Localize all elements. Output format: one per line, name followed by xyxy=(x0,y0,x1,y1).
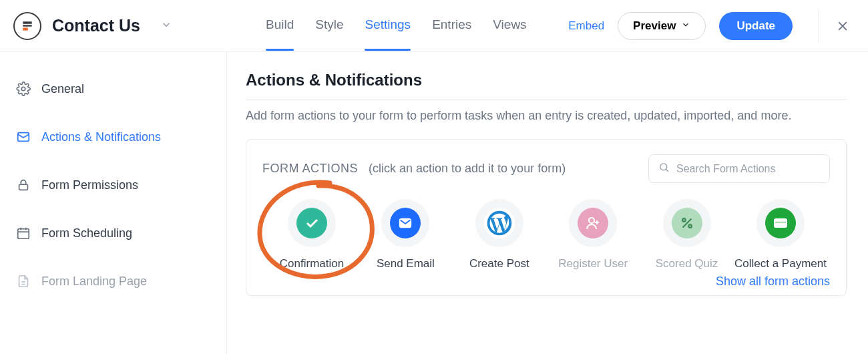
form-actions-title: FORM ACTIONS xyxy=(262,162,358,176)
action-label: Register User xyxy=(558,256,628,272)
action-label: Send Email xyxy=(377,256,435,272)
action-confirmation[interactable]: Confirmation xyxy=(265,199,359,272)
svg-rect-4 xyxy=(19,184,28,190)
form-actions-hint: (click an action to add it to your form) xyxy=(369,162,566,176)
svg-point-2 xyxy=(21,87,25,91)
inbox-icon xyxy=(16,130,31,144)
top-bar: Contact Us Build Style Settings Entries … xyxy=(0,0,868,52)
svg-line-21 xyxy=(682,219,691,228)
sidebar-item-label: Form Landing Page xyxy=(41,275,147,289)
add-user-icon xyxy=(578,208,608,238)
preview-button[interactable]: Preview xyxy=(618,12,706,40)
form-title: Contact Us xyxy=(52,16,140,35)
svg-rect-25 xyxy=(775,221,787,223)
calendar-icon xyxy=(16,226,31,240)
svg-rect-26 xyxy=(777,224,780,226)
tab-build[interactable]: Build xyxy=(266,17,294,35)
action-send-email[interactable]: Send Email xyxy=(359,199,452,272)
main-panel: Actions & Notifications Add form actions… xyxy=(227,52,868,354)
tab-entries[interactable]: Entries xyxy=(432,17,471,35)
svg-rect-5 xyxy=(18,229,29,239)
logo-title-group: Contact Us xyxy=(13,12,172,40)
sidebar-item-landing-page[interactable]: Form Landing Page xyxy=(0,263,226,299)
main-tabs: Build Style Settings Entries Views xyxy=(266,17,527,35)
sidebar-item-general[interactable]: General xyxy=(0,71,226,107)
app-logo-icon xyxy=(13,12,41,40)
credit-card-icon xyxy=(765,208,796,238)
action-label: Scored Quiz xyxy=(656,256,718,272)
action-label: Confirmation xyxy=(280,256,344,272)
chevron-down-icon[interactable] xyxy=(160,19,172,33)
action-collect-payment[interactable]: Collect a Payment xyxy=(734,199,827,272)
top-right-controls: Embed Preview Update xyxy=(568,9,849,43)
chevron-down-icon xyxy=(681,19,690,33)
body: General Actions & Notifications Form Per… xyxy=(0,52,868,354)
tab-settings[interactable]: Settings xyxy=(365,17,411,35)
svg-point-14 xyxy=(660,164,667,170)
show-all-link[interactable]: Show all form actions xyxy=(716,275,830,288)
check-icon xyxy=(296,208,327,238)
action-register-user[interactable]: Register User xyxy=(546,199,640,272)
svg-point-18 xyxy=(589,218,594,223)
search-icon xyxy=(658,162,670,176)
action-scored-quiz[interactable]: Scored Quiz xyxy=(640,199,734,272)
wordpress-icon xyxy=(484,208,515,238)
update-button[interactable]: Update xyxy=(719,12,793,40)
show-all-row: Show all form actions xyxy=(262,275,830,289)
preview-label: Preview xyxy=(633,19,676,33)
sidebar-item-label: Form Scheduling xyxy=(41,226,132,240)
sidebar-item-permissions[interactable]: Form Permissions xyxy=(0,167,226,203)
action-label: Create Post xyxy=(469,256,529,272)
page-icon xyxy=(16,274,31,289)
sidebar-item-label: General xyxy=(41,82,84,96)
action-label: Collect a Payment xyxy=(734,256,827,272)
settings-sidebar: General Actions & Notifications Form Per… xyxy=(0,52,227,354)
form-actions-card: FORM ACTIONS (click an action to add it … xyxy=(246,139,847,296)
sidebar-item-scheduling[interactable]: Form Scheduling xyxy=(0,215,226,251)
tab-views[interactable]: Views xyxy=(493,17,526,35)
lock-icon xyxy=(16,178,31,192)
sidebar-item-label: Form Permissions xyxy=(41,178,138,192)
embed-link[interactable]: Embed xyxy=(568,19,604,33)
svg-line-15 xyxy=(666,170,668,172)
form-actions-header: FORM ACTIONS (click an action to add it … xyxy=(262,154,830,183)
form-actions-grid: Confirmation Send Email Create Post xyxy=(262,195,830,272)
search-input[interactable] xyxy=(676,163,820,175)
page-title: Actions & Notifications xyxy=(246,71,847,100)
svg-point-22 xyxy=(682,218,686,222)
mail-icon xyxy=(390,208,421,238)
close-icon[interactable] xyxy=(818,9,849,43)
sidebar-item-label: Actions & Notifications xyxy=(41,130,161,144)
sidebar-item-actions[interactable]: Actions & Notifications xyxy=(0,119,226,155)
action-create-post[interactable]: Create Post xyxy=(453,199,546,272)
gear-icon xyxy=(16,81,31,96)
page-subtitle: Add form actions to your form to perform… xyxy=(246,109,847,123)
tab-style[interactable]: Style xyxy=(315,17,343,35)
search-form-actions[interactable] xyxy=(648,154,830,183)
percent-icon xyxy=(672,208,702,238)
svg-point-23 xyxy=(688,224,692,228)
